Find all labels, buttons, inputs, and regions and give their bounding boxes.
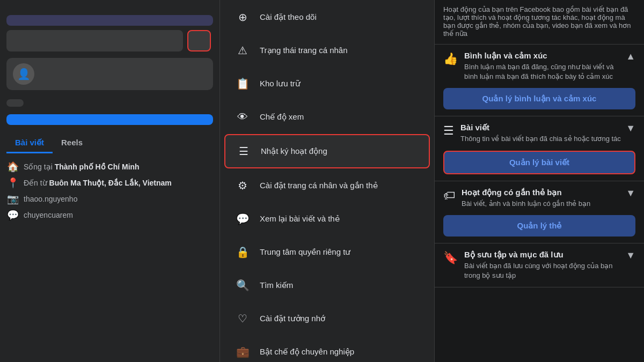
section-block-0: 👍Bình luận và cảm xúcBình luận mà bạn đã…	[435, 45, 644, 116]
section-desc-1: Thông tin về bài viết bạn đã chia sẻ hoặ…	[460, 134, 621, 144]
menu-label-6: Xem lại bài viết và thẻ	[260, 214, 340, 224]
right-intro: Hoạt động của bạn trên Facebook bao gồm …	[435, 0, 644, 45]
section-icon-1: ☰	[443, 124, 454, 138]
section-text-0: Bình luận và cảm xúcBình luận mà bạn đã …	[464, 51, 626, 82]
menu-label-5: Cài đặt trang cá nhân và gắn thẻ	[260, 181, 378, 190]
instagram-icon: 📷	[6, 193, 19, 205]
section-btn-2[interactable]: Quản lý thẻ	[443, 215, 635, 237]
menu-icon-4: ☰	[234, 142, 253, 161]
other-button[interactable]	[6, 99, 24, 107]
detail-instagram: 📷 thaoo.nguyenho	[6, 193, 213, 205]
menu-item-3[interactable]: 👁 Chế độ xem	[224, 101, 430, 133]
chevron-3[interactable]: ▼	[626, 250, 635, 261]
menu-label-7: Trung tâm quyền riêng tư	[260, 247, 350, 257]
menu-label-10: Bật chế độ chuyên nghiệp	[260, 347, 354, 357]
section-btn-1[interactable]: Quản lý bài viết	[443, 151, 635, 174]
tab-reels[interactable]: Reels	[53, 134, 91, 153]
menu-item-4[interactable]: ☰ Nhật ký hoạt động	[224, 134, 430, 168]
menu-label-1: Trạng thái trang cá nhân	[260, 46, 348, 55]
menu-item-8[interactable]: 🔍 Tìm kiếm	[224, 269, 430, 301]
menu-item-1[interactable]: ⚠ Trạng thái trang cá nhân	[224, 34, 430, 67]
menu-item-5[interactable]: ⚙ Cài đặt trang cá nhân và gắn thẻ	[224, 169, 430, 202]
chat-icon: 💬	[6, 209, 19, 221]
section-header-1: ☰Bài viếtThông tin về bài viết bạn đã ch…	[443, 123, 635, 144]
menu-icon-9: ♡	[233, 309, 252, 328]
edit-row	[6, 30, 213, 51]
tab-posts[interactable]: Bài viết	[6, 134, 53, 153]
menu-item-10[interactable]: 💼 Bật chế độ chuyên nghiệp	[224, 336, 430, 362]
section-left-3: 🔖Bộ sưu tập và mục đã lưuBài viết bạn đã…	[443, 250, 626, 280]
menu-icon-6: 💬	[233, 209, 252, 228]
detail-hometown: 📍 Đến từ Buôn Ma Thuột, Đắc Lắk, Vietnam	[6, 177, 213, 189]
section-desc-0: Bình luận mà bạn đã đăng, cũng như bài v…	[464, 62, 626, 82]
menu-icon-8: 🔍	[233, 276, 252, 295]
social-handle: chuyencuarem	[24, 211, 73, 219]
section-btn-0[interactable]: Quản lý bình luận và cảm xúc	[443, 88, 635, 109]
menu-item-0[interactable]: ⊕ Cài đặt theo dõi	[224, 1, 430, 33]
instagram-handle: thaoo.nguyenho	[24, 195, 77, 203]
section-title-3: Bộ sưu tập và mục đã lưu	[464, 250, 626, 260]
menu-label-3: Chế độ xem	[260, 112, 304, 122]
section-icon-0: 👍	[443, 52, 458, 66]
detail-social: 💬 chuyencuarem	[6, 209, 213, 221]
section-text-3: Bộ sưu tập và mục đã lưuBài viết bạn đã …	[464, 250, 626, 280]
add-story-button[interactable]	[6, 15, 213, 26]
update-profile-button[interactable]	[6, 114, 213, 125]
left-panel: 👤 Bài viết Reels 🏠 Sống tại Thành phố Hồ…	[0, 0, 220, 362]
section-title-2: Hoạt động có gắn thẻ bạn	[462, 188, 590, 197]
menu-label-4: Nhật ký hoạt động	[261, 146, 327, 156]
menu-item-9[interactable]: ♡ Cài đặt tưởng nhớ	[224, 302, 430, 335]
chevron-0[interactable]: ▲	[626, 51, 635, 62]
mid-panel: ⊕ Cài đặt theo dõi ⚠ Trạng thái trang cá…	[220, 0, 435, 362]
detail-city: 🏠 Sống tại Thành phố Hồ Chí Minh	[6, 161, 213, 173]
location-icon: 📍	[6, 177, 19, 189]
section-header-2: 🏷Hoạt động có gắn thẻ bạnBài viết, ảnh v…	[443, 188, 635, 209]
chevron-1[interactable]: ▼	[626, 123, 635, 134]
section-block-2: 🏷Hoạt động có gắn thẻ bạnBài viết, ảnh v…	[435, 181, 644, 243]
menu-label-8: Tìm kiếm	[260, 280, 293, 290]
section-desc-2: Bài viết, ảnh và bình luận có gắn thẻ bạ…	[462, 199, 590, 209]
hometown-name: Buôn Ma Thuột, Đắc Lắk, Vietnam	[49, 179, 172, 187]
section-header-0: 👍Bình luận và cảm xúcBình luận mà bạn đã…	[443, 51, 635, 82]
section-icon-3: 🔖	[443, 251, 458, 265]
update-card: 👤	[6, 58, 213, 90]
section-desc-3: Bài viết bạn đã lưu cùng với hoạt động c…	[464, 261, 626, 280]
section-left-1: ☰Bài viếtThông tin về bài viết bạn đã ch…	[443, 123, 621, 144]
menu-icon-7: 🔒	[233, 242, 252, 262]
chevron-2[interactable]: ▼	[626, 188, 635, 199]
section-block-1: ☰Bài viếtThông tin về bài viết bạn đã ch…	[435, 116, 644, 181]
menu-item-2[interactable]: 📋 Kho lưu trữ	[224, 68, 430, 100]
menu-label-2: Kho lưu trữ	[260, 79, 301, 88]
section-text-1: Bài viếtThông tin về bài viết bạn đã chi…	[460, 123, 621, 144]
home-icon: 🏠	[6, 161, 19, 173]
menu-icon-0: ⊕	[233, 8, 252, 27]
section-title-1: Bài viết	[460, 123, 621, 132]
city-name: Thành phố Hồ Chí Minh	[55, 162, 140, 171]
more-button[interactable]	[187, 30, 211, 51]
menu-icon-5: ⚙	[233, 176, 252, 195]
section-left-2: 🏷Hoạt động có gắn thẻ bạnBài viết, ảnh v…	[443, 188, 590, 209]
menu-icon-1: ⚠	[233, 41, 252, 60]
menu-icon-3: 👁	[233, 107, 252, 127]
section-title-0: Bình luận và cảm xúc	[464, 51, 626, 61]
edit-profile-button[interactable]	[6, 30, 183, 51]
menu-label-9: Cài đặt tưởng nhớ	[260, 314, 325, 323]
menu-label-0: Cài đặt theo dõi	[260, 12, 317, 22]
section-block-3: 🔖Bộ sưu tập và mục đã lưuBài viết bạn đã…	[435, 243, 644, 287]
right-panel: Hoạt động của bạn trên Facebook bao gồm …	[435, 0, 644, 362]
menu-icon-2: 📋	[233, 74, 252, 93]
menu-icon-10: 💼	[233, 342, 252, 361]
section-icon-2: 🏷	[443, 189, 455, 203]
menu-item-6[interactable]: 💬 Xem lại bài viết và thẻ	[224, 203, 430, 235]
section-left-0: 👍Bình luận và cảm xúcBình luận mà bạn đã…	[443, 51, 626, 82]
avatar: 👤	[13, 63, 34, 85]
tabs-row: Bài viết Reels	[6, 134, 213, 153]
menu-item-7[interactable]: 🔒 Trung tâm quyền riêng tư	[224, 236, 430, 268]
section-text-2: Hoạt động có gắn thẻ bạnBài viết, ảnh và…	[462, 188, 590, 209]
section-header-3: 🔖Bộ sưu tập và mục đã lưuBài viết bạn đã…	[443, 250, 635, 280]
